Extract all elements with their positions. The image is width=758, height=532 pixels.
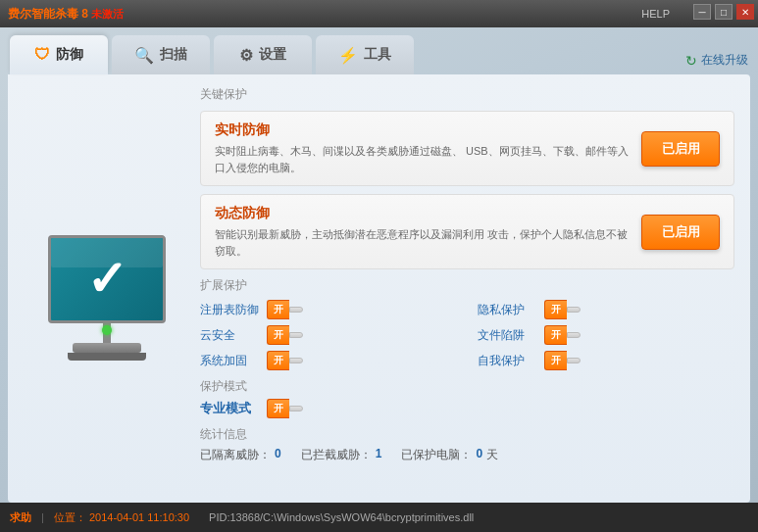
realtime-title: 实时防御 [215, 121, 632, 139]
monitor-base-bottom [68, 353, 146, 361]
ext-registry: 注册表防御 开 [200, 300, 458, 319]
realtime-info: 实时防御 实时阻止病毒、木马、间谍以及各类威胁通过磁盘、 USB、网页挂马、下载… [215, 121, 632, 175]
protected-unit: 天 [486, 447, 498, 463]
filetrap-toggle-on: 开 [544, 325, 567, 345]
ext-cloud: 云安全 开 [200, 325, 458, 345]
ask-button[interactable]: 求助 [10, 510, 31, 525]
filetrap-toggle-off [567, 332, 581, 338]
syshard-toggle[interactable]: 开 [267, 351, 303, 370]
privacy-toggle-off [567, 307, 581, 313]
ext-privacy: 隐私保护 开 [478, 300, 735, 319]
cloud-toggle[interactable]: 开 [267, 325, 303, 345]
app-title: 费尔智能杀毒 8 未激活 [8, 6, 124, 23]
separator: | [41, 511, 44, 523]
stat-protected: 已保护电脑： 0 天 [401, 447, 498, 463]
cloud-label[interactable]: 云安全 [200, 327, 259, 344]
scan-icon: 🔍 [134, 46, 154, 65]
quarantined-label: 已隔离威胁： [200, 447, 271, 463]
tab-settings[interactable]: ⚙ 设置 [214, 35, 312, 74]
tools-icon: ⚡ [338, 46, 358, 65]
tab-scan[interactable]: 🔍 扫描 [112, 35, 210, 74]
ext-selfprotect: 自我保护 开 [478, 351, 735, 370]
mode-toggle-on: 开 [267, 399, 289, 418]
registry-label[interactable]: 注册表防御 [200, 302, 259, 318]
main-container: 🛡 防御 🔍 扫描 ⚙ 设置 ⚡ 工具 ↻ 在线升级 ✓ [0, 27, 758, 532]
registry-toggle[interactable]: 开 [267, 300, 303, 319]
tab-settings-label: 设置 [259, 46, 286, 64]
monitor-container: ✓ [38, 235, 176, 363]
key-protect-label: 关键保护 [200, 86, 734, 103]
registry-toggle-off [289, 307, 303, 313]
dynamic-protection-block: 动态防御 智能识别最新威胁，主动抵御潜在恶意程序以及漏洞利用 攻击，保护个人隐私… [200, 194, 734, 269]
stat-blocked: 已拦截威胁： 1 [301, 447, 382, 463]
left-panel: ✓ [24, 86, 190, 491]
quarantined-num: 0 [275, 447, 281, 463]
status-pid: PID:13868/C:\Windows\SysWOW64\bcryptprim… [209, 511, 474, 523]
ext-syshard: 系统加固 开 [200, 351, 458, 370]
selfprotect-toggle[interactable]: 开 [544, 351, 581, 370]
location-label: 位置： 2014-04-01 11:10:30 [54, 510, 189, 525]
filetrap-label[interactable]: 文件陷阱 [478, 327, 536, 344]
stats-section-label: 统计信息 [200, 426, 734, 443]
status-time-value: 2014-04-01 11:10:30 [89, 511, 189, 523]
settings-icon: ⚙ [239, 46, 253, 65]
blocked-label: 已拦截威胁： [301, 447, 372, 463]
close-button[interactable]: ✕ [736, 4, 754, 20]
dynamic-enabled-button[interactable]: 已启用 [641, 215, 720, 250]
tab-bar: 🛡 防御 🔍 扫描 ⚙ 设置 ⚡ 工具 ↻ 在线升级 [0, 27, 758, 74]
stat-quarantined: 已隔离威胁： 0 [200, 447, 281, 463]
tab-defense[interactable]: 🛡 防御 [10, 35, 108, 74]
dynamic-info: 动态防御 智能识别最新威胁，主动抵御潜在恶意程序以及漏洞利用 攻击，保护个人隐私… [215, 205, 632, 259]
ext-grid: 注册表防御 开 隐私保护 开 云安全 开 [200, 300, 734, 370]
status-bar: 求助 | 位置： 2014-04-01 11:10:30 PID:13868/C… [0, 503, 758, 532]
tab-defense-label: 防御 [56, 46, 83, 64]
mode-section-label: 保护模式 [200, 378, 734, 395]
cloud-toggle-on: 开 [267, 325, 289, 345]
ext-protect-label: 扩展保护 [200, 277, 734, 294]
online-upgrade-button[interactable]: ↻ 在线升级 [685, 52, 748, 69]
stats-row: 已隔离威胁： 0 已拦截威胁： 1 已保护电脑： 0 天 [200, 447, 734, 463]
monitor-screen: ✓ [48, 235, 166, 323]
syshard-label[interactable]: 系统加固 [200, 353, 259, 369]
privacy-toggle[interactable]: 开 [544, 300, 581, 319]
monitor-base [73, 343, 141, 353]
tab-tools-label: 工具 [364, 46, 391, 64]
privacy-label[interactable]: 隐私保护 [478, 302, 536, 318]
tab-scan-label: 扫描 [160, 46, 187, 64]
syshard-toggle-on: 开 [267, 351, 289, 370]
tab-tools[interactable]: ⚡ 工具 [316, 35, 414, 74]
status-dot [102, 325, 112, 335]
minimize-button[interactable]: ─ [693, 4, 711, 20]
privacy-toggle-on: 开 [544, 300, 567, 319]
mode-toggle[interactable]: 开 [267, 399, 303, 418]
selfprotect-toggle-off [567, 358, 581, 363]
dynamic-desc: 智能识别最新威胁，主动抵御潜在恶意程序以及漏洞利用 攻击，保护个人隐私信息不被窃… [215, 226, 632, 259]
realtime-desc: 实时阻止病毒、木马、间谍以及各类威胁通过磁盘、 USB、网页挂马、下载、邮件等入… [215, 143, 632, 175]
content-area: ✓ 关键保护 实时防御 实时阻止病毒、木马、间谍以及各类威胁通过磁盘、 USB、… [8, 74, 750, 503]
blocked-num: 1 [376, 447, 382, 463]
dynamic-title: 动态防御 [215, 205, 632, 222]
upgrade-icon: ↻ [685, 53, 697, 69]
mode-toggle-off [289, 406, 303, 411]
location-prefix: 位置： [54, 511, 86, 523]
selfprotect-toggle-on: 开 [544, 351, 567, 370]
filetrap-toggle[interactable]: 开 [544, 325, 581, 345]
online-upgrade-label: 在线升级 [701, 52, 748, 69]
shield-icon: 🛡 [34, 46, 50, 64]
selfprotect-label[interactable]: 自我保护 [478, 353, 536, 369]
protected-num: 0 [476, 447, 482, 463]
help-label[interactable]: HELP [641, 8, 670, 20]
restore-button[interactable]: □ [715, 4, 733, 20]
right-panel: 关键保护 实时防御 实时阻止病毒、木马、间谍以及各类威胁通过磁盘、 USB、网页… [190, 86, 734, 491]
ext-filetrap: 文件陷阱 开 [478, 325, 735, 345]
cloud-toggle-off [289, 332, 303, 338]
mode-item: 专业模式 开 [200, 399, 734, 418]
realtime-enabled-button[interactable]: 已启用 [641, 131, 720, 167]
protected-label: 已保护电脑： [401, 447, 472, 463]
realtime-protection-block: 实时防御 实时阻止病毒、木马、间谍以及各类威胁通过磁盘、 USB、网页挂马、下载… [200, 111, 734, 186]
window-controls: ─ □ ✕ [693, 4, 754, 20]
title-bar: 费尔智能杀毒 8 未激活 HELP ─ □ ✕ [0, 0, 758, 27]
registry-toggle-on: 开 [267, 300, 289, 319]
syshard-toggle-off [289, 358, 303, 363]
mode-label[interactable]: 专业模式 [200, 400, 259, 417]
